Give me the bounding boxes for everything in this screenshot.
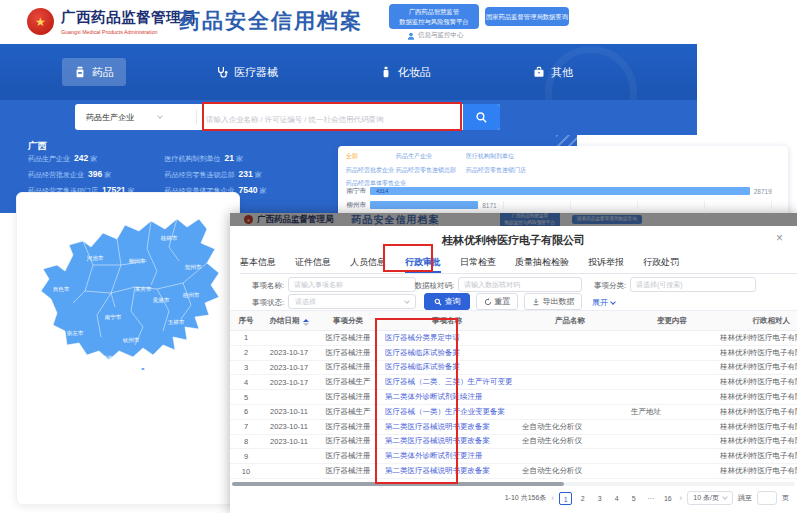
page-button-2[interactable]: 2 — [576, 492, 589, 505]
page-button-5[interactable]: 5 — [627, 492, 640, 505]
item-link[interactable]: 医疗器械（二类、三类）生产许可变更 — [385, 377, 513, 386]
bar-row: 柳州市8171 — [344, 198, 780, 212]
item-link[interactable]: 医疗器械（一类）生产企业变更备案 — [385, 407, 505, 416]
column-header: 产品名称 — [514, 311, 626, 331]
map-city-label[interactable]: 北海市 — [140, 355, 158, 362]
map-city-label[interactable]: 百色市 — [53, 286, 70, 293]
bar[interactable]: 4314 — [370, 187, 750, 195]
guangxi-map[interactable]: 桂林市柳州市河池市百色市贺州市来宾市梧州市南宁市贵港市玉林市崇左市钦州市防城港市… — [23, 207, 229, 379]
table-row[interactable]: 32023-10-17医疗器械注册医疗器械临床试验备案桂林优利特医疗电子有限公司 — [230, 360, 797, 375]
dialog-tab-基本信息[interactable]: 基本信息 — [240, 252, 276, 273]
legend-item[interactable]: 药品经营零售连锁门店 — [466, 166, 526, 175]
nav-tab-医疗器械[interactable]: 医疗器械 — [204, 58, 290, 86]
map-city-label[interactable]: 桂林市 — [160, 235, 178, 242]
chart-legend-col2: 药品生产企业药品经营零售连锁总部 — [396, 152, 456, 175]
table-row[interactable]: 9医疗器械注册第二类体外诊断试剂变更注册桂林优利特医疗电子有限公司 — [230, 449, 797, 464]
dialog-tab-质量抽检检验[interactable]: 质量抽检检验 — [515, 252, 569, 273]
prev-page-icon[interactable]: ‹ — [551, 493, 554, 503]
item-link[interactable]: 第二类医疗器械说明书更改备案 — [385, 436, 490, 445]
map-city-label[interactable]: 柳州市 — [129, 258, 146, 264]
sort-icon[interactable] — [303, 319, 309, 326]
page-button-16[interactable]: 16 — [661, 492, 674, 505]
map-city-label[interactable]: 崇左市 — [67, 330, 84, 336]
bar-row: 南宁市431428719 — [344, 184, 780, 198]
column-header: 行政相对人 — [718, 311, 797, 331]
search-bar: 药品生产企业 请输入企业名称 / 许可证编号 / 统一社会信用代码查询 — [75, 104, 500, 130]
item-name-input[interactable] — [288, 277, 416, 292]
item-link[interactable]: 医疗器械临床试验备案 — [385, 348, 460, 357]
map-city-label[interactable]: 贵港市 — [153, 297, 170, 304]
map-city-label[interactable]: 南宁市 — [105, 314, 122, 320]
page-button-1[interactable]: 1 — [559, 492, 572, 505]
dialog-tab-日常检查[interactable]: 日常检查 — [460, 252, 496, 273]
table-header-row: 序号办结日期事项分类事项名称产品名称变更内容行政相对人 — [230, 311, 797, 331]
dim-overlay — [230, 213, 797, 226]
smart-supervision-platform-button[interactable]: 广西药品智慧监管 数据监控与风险预警平台 — [389, 4, 479, 29]
query-button[interactable]: 查询 — [424, 293, 470, 310]
nav-tab-其他[interactable]: 其他 — [521, 58, 585, 86]
bar[interactable] — [370, 201, 478, 209]
dialog-tab-投诉举报[interactable]: 投诉举报 — [588, 252, 624, 273]
item-link[interactable]: 医疗器械临床试验备案 — [385, 362, 460, 371]
item-link[interactable]: 第二类体外诊断试剂延续注册 — [385, 392, 483, 401]
briefcase-icon — [533, 66, 545, 78]
jump-page-input[interactable] — [757, 491, 777, 505]
map-city-label[interactable]: 河池市 — [87, 255, 104, 262]
item-link[interactable]: 医疗器械分类界定申请 — [385, 333, 460, 342]
map-city-label[interactable]: 玉林市 — [168, 319, 185, 325]
search-category-select[interactable]: 药品生产企业 — [75, 110, 197, 124]
table-row[interactable]: 10医疗器械注册第二类医疗器械说明书更改备案全自动生化分析仪桂林优利特医疗电子有… — [230, 464, 797, 479]
table-row[interactable]: 62023-10-11医疗器械生产医疗器械（一类）生产企业变更备案生产地址桂林优… — [230, 404, 797, 419]
map-city-label[interactable]: 防城港市 — [96, 355, 119, 362]
table-row[interactable]: 42023-10-17医疗器械生产医疗器械（二类、三类）生产许可变更桂林优利特医… — [230, 375, 797, 390]
legend-item[interactable]: 药品经营零售连锁总部 — [396, 166, 456, 175]
legend-item[interactable]: 药品生产企业 — [396, 152, 456, 161]
legend-item[interactable]: 医疗机构制剂单位 — [466, 152, 526, 161]
item-status-select[interactable]: 请选择 — [288, 294, 416, 309]
horizontal-scrollbar[interactable] — [232, 482, 795, 486]
nav-tabs: 药品医疗器械化妆品其他 — [62, 44, 663, 100]
map-city-label[interactable]: 贺州市 — [185, 264, 202, 270]
map-city-label[interactable]: 梧州市 — [182, 292, 200, 299]
table-row[interactable]: 22023-10-17医疗器械注册医疗器械临床试验备案桂林优利特医疗电子有限公司 — [230, 345, 797, 360]
export-data-button[interactable]: 导出数据 — [524, 293, 582, 310]
item-category-input[interactable] — [630, 277, 756, 292]
next-page-icon[interactable]: › — [679, 493, 682, 503]
table-row[interactable]: 1医疗器械注册医疗器械分类界定申请桂林优利特医疗电子有限公司 — [230, 331, 797, 346]
search-input[interactable]: 请输入企业名称 / 许可证编号 / 统一社会信用代码查询 — [197, 108, 463, 126]
national-data-query-button[interactable]: 国家药品监督管理局数据查询 — [485, 7, 569, 26]
dialog-tab-行政审批[interactable]: 行政审批 — [405, 252, 441, 273]
scrollbar-thumb[interactable] — [232, 482, 564, 486]
table-row[interactable]: 82023-10-11医疗器械注册第二类医疗器械说明书更改备案全自动生化分析仪桂… — [230, 434, 797, 449]
jump-label: 跳至 — [738, 493, 752, 503]
nav-tab-药品[interactable]: 药品 — [62, 58, 126, 86]
dialog-tabs: 基本信息证件信息人员信息行政审批日常检查质量抽检检验投诉举报行政处罚 — [240, 252, 797, 274]
page-button-4[interactable]: 4 — [610, 492, 623, 505]
page-size-select[interactable]: 10 条/页 — [687, 491, 733, 505]
company-detail-dialog: 桂林优利特医疗电子有限公司 × 基本信息证件信息人员信息行政审批日常检查质量抽检… — [230, 226, 797, 513]
screenshot-root: ★ 广西药品监督管理局 Guangxi Medical Products Adm… — [0, 0, 797, 513]
dialog-tab-人员信息[interactable]: 人员信息 — [350, 252, 386, 273]
page-button-3[interactable]: 3 — [593, 492, 606, 505]
dialog-tab-证件信息[interactable]: 证件信息 — [295, 252, 331, 273]
item-link[interactable]: 第二类医疗器械说明书更改备案 — [385, 422, 490, 431]
chevron-down-icon — [610, 299, 616, 305]
map-city-label[interactable]: 来宾市 — [135, 286, 152, 292]
region-label: 广西 — [28, 140, 47, 153]
reset-button[interactable]: 重置 — [476, 293, 518, 310]
monitor-center-link[interactable]: 信息与监控中心 — [407, 31, 464, 40]
table-row[interactable]: 72023-10-11医疗器械注册第二类医疗器械说明书更改备案全自动生化分析仪桂… — [230, 419, 797, 434]
item-link[interactable]: 第二类体外诊断试剂变更注册 — [385, 451, 483, 460]
platform-button-line1: 广西药品智慧监管 — [389, 7, 479, 17]
table-row[interactable]: 5医疗器械注册第二类体外诊断试剂延续注册桂林优利特医疗电子有限公司 — [230, 390, 797, 405]
close-icon[interactable]: × — [776, 231, 783, 245]
search-button[interactable] — [463, 104, 500, 130]
chevron-down-icon — [722, 494, 728, 500]
check-code-input[interactable] — [458, 277, 582, 292]
site-header: ★ 广西药品监督管理局 Guangxi Medical Products Adm… — [0, 0, 697, 44]
nav-tab-化妆品[interactable]: 化妆品 — [368, 58, 443, 86]
dialog-tab-行政处罚[interactable]: 行政处罚 — [643, 252, 679, 273]
item-link[interactable]: 第二类医疗器械说明书更改备案 — [385, 466, 490, 475]
map-city-label[interactable]: 钦州市 — [122, 337, 140, 343]
expand-link[interactable]: 展开 — [592, 297, 615, 308]
